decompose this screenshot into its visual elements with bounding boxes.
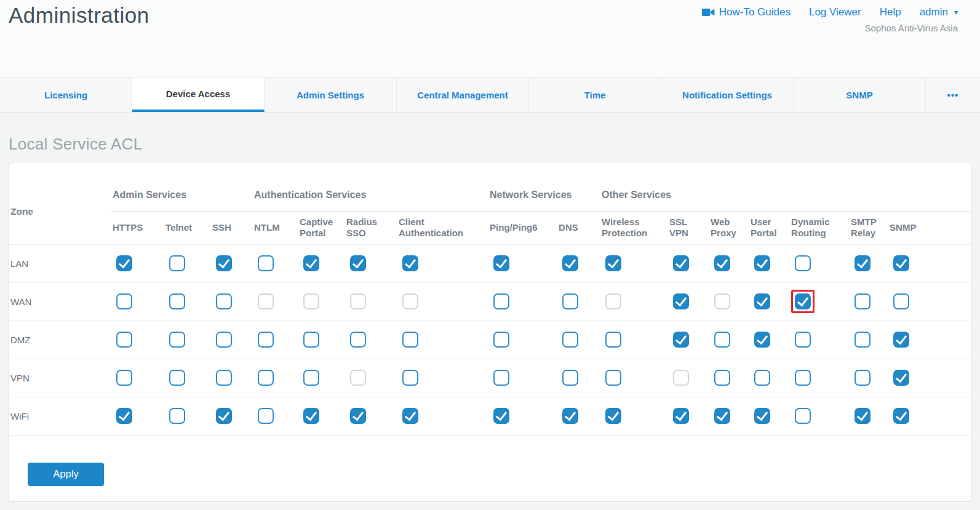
apply-button[interactable]: Apply — [28, 463, 104, 486]
tab-device-access[interactable]: Device Access — [132, 78, 265, 112]
ssl-vpn-checkbox-dmz[interactable] — [673, 332, 689, 348]
column-header-dns: DNS — [557, 211, 600, 244]
captive-portal-checkbox-lan[interactable] — [303, 255, 319, 271]
ntlm-checkbox-lan[interactable] — [258, 255, 274, 271]
ping-ping6-checkbox-dmz[interactable] — [493, 332, 509, 348]
web-proxy-checkbox-wifi[interactable] — [714, 408, 730, 424]
snmp-checkbox-vpn[interactable] — [893, 370, 909, 386]
telnet-checkbox-vpn[interactable] — [169, 370, 185, 386]
tab-snmp[interactable]: SNMP — [794, 78, 926, 112]
checkbox-wrap — [254, 328, 277, 351]
zone-label: VPN — [9, 359, 111, 397]
tab-admin-settings[interactable]: Admin Settings — [265, 78, 397, 112]
ssh-checkbox-vpn[interactable] — [216, 370, 232, 386]
checkbox-wrap — [300, 328, 323, 351]
captive-portal-checkbox-vpn[interactable] — [303, 370, 319, 386]
column-header-ntlm: NTLM — [253, 211, 298, 244]
tab-central-management[interactable]: Central Management — [397, 78, 529, 112]
wireless-protection-checkbox-lan[interactable] — [605, 255, 621, 271]
help-link[interactable]: Help — [880, 6, 901, 18]
checkbox-wrap — [212, 252, 236, 275]
https-checkbox-lan[interactable] — [116, 255, 132, 271]
checkbox-wrap — [165, 290, 189, 313]
main-content: Local Service ACL ZoneAdmin ServicesAuth… — [0, 135, 980, 502]
user-portal-checkbox-lan[interactable] — [754, 255, 770, 271]
dns-checkbox-wan[interactable] — [562, 293, 578, 309]
https-checkbox-dmz[interactable] — [116, 332, 132, 348]
https-checkbox-vpn[interactable] — [116, 370, 132, 386]
client-authentication-checkbox-wifi[interactable] — [402, 408, 418, 424]
web-proxy-checkbox-lan[interactable] — [714, 255, 730, 271]
dns-checkbox-lan[interactable] — [562, 255, 578, 271]
dynamic-routing-checkbox-wifi[interactable] — [795, 408, 811, 424]
dns-checkbox-dmz[interactable] — [562, 332, 578, 348]
checkbox-wrap — [212, 404, 236, 428]
checkbox-wrap — [254, 290, 277, 313]
how-to-guides-link[interactable]: How-To Guides — [702, 6, 791, 18]
ssl-vpn-checkbox-wifi[interactable] — [673, 408, 689, 424]
ssh-checkbox-wan[interactable] — [216, 293, 232, 309]
wireless-protection-checkbox-vpn[interactable] — [605, 370, 621, 386]
ntlm-checkbox-dmz[interactable] — [258, 332, 274, 348]
log-viewer-link[interactable]: Log Viewer — [809, 6, 861, 18]
smtp-relay-checkbox-wan[interactable] — [855, 293, 870, 309]
telnet-checkbox-dmz[interactable] — [169, 332, 185, 348]
snmp-checkbox-wifi[interactable] — [893, 408, 909, 424]
snmp-checkbox-wan[interactable] — [893, 293, 909, 309]
more-tabs-button[interactable]: ••• — [926, 78, 980, 112]
snmp-checkbox-lan[interactable] — [893, 255, 909, 271]
checkbox-wrap — [490, 328, 513, 351]
ping-ping6-checkbox-wifi[interactable] — [493, 408, 509, 424]
smtp-relay-checkbox-vpn[interactable] — [855, 370, 870, 386]
user-portal-checkbox-wan[interactable] — [754, 293, 770, 309]
dns-checkbox-vpn[interactable] — [562, 370, 578, 386]
smtp-relay-checkbox-lan[interactable] — [855, 255, 870, 271]
radius-sso-checkbox-wifi[interactable] — [350, 408, 366, 424]
tab-notification-settings[interactable]: Notification Settings — [661, 78, 794, 112]
ping-ping6-checkbox-lan[interactable] — [493, 255, 509, 271]
client-authentication-checkbox-vpn[interactable] — [402, 370, 418, 386]
admin-menu-button[interactable]: admin ▾ — [920, 6, 958, 18]
telnet-checkbox-wan[interactable] — [169, 293, 185, 309]
client-authentication-checkbox-lan[interactable] — [402, 255, 418, 271]
snmp-checkbox-dmz[interactable] — [893, 332, 909, 348]
ssl-vpn-checkbox-wan[interactable] — [673, 293, 689, 309]
ssl-vpn-checkbox-lan[interactable] — [673, 255, 689, 271]
tab-licensing[interactable]: Licensing — [0, 78, 132, 112]
ssh-checkbox-lan[interactable] — [216, 255, 232, 271]
https-checkbox-wan[interactable] — [116, 293, 132, 309]
wireless-protection-checkbox-wifi[interactable] — [605, 408, 621, 424]
ping-ping6-checkbox-wan[interactable] — [493, 293, 509, 309]
captive-portal-checkbox-wifi[interactable] — [303, 408, 319, 424]
web-proxy-checkbox-vpn[interactable] — [714, 370, 730, 386]
ssh-checkbox-dmz[interactable] — [216, 332, 232, 348]
smtp-relay-checkbox-wifi[interactable] — [855, 408, 870, 424]
checkbox-wrap — [751, 366, 774, 389]
user-portal-checkbox-wifi[interactable] — [754, 408, 770, 424]
dns-checkbox-wifi[interactable] — [562, 408, 578, 424]
dynamic-routing-checkbox-wan[interactable] — [795, 293, 811, 309]
user-portal-checkbox-vpn[interactable] — [754, 370, 770, 386]
ntlm-checkbox-vpn[interactable] — [258, 370, 274, 386]
ping-ping6-checkbox-vpn[interactable] — [493, 370, 509, 386]
checkbox-wrap — [851, 404, 874, 428]
smtp-relay-checkbox-dmz[interactable] — [855, 332, 870, 348]
ssh-checkbox-wifi[interactable] — [216, 408, 232, 424]
https-checkbox-wifi[interactable] — [116, 408, 132, 424]
dynamic-routing-checkbox-dmz[interactable] — [795, 332, 811, 348]
user-portal-checkbox-dmz[interactable] — [754, 332, 770, 348]
radius-sso-checkbox-lan[interactable] — [350, 255, 366, 271]
zone-row-lan: LAN — [9, 244, 971, 282]
dynamic-routing-checkbox-vpn[interactable] — [795, 370, 811, 386]
telnet-checkbox-lan[interactable] — [169, 255, 185, 271]
telnet-checkbox-wifi[interactable] — [169, 408, 185, 424]
tab-time[interactable]: Time — [529, 78, 661, 112]
captive-portal-checkbox-dmz[interactable] — [303, 332, 319, 348]
checkbox-wrap — [851, 290, 874, 313]
dynamic-routing-checkbox-lan[interactable] — [795, 255, 811, 271]
wireless-protection-checkbox-dmz[interactable] — [605, 332, 621, 348]
client-authentication-checkbox-dmz[interactable] — [402, 332, 418, 348]
web-proxy-checkbox-dmz[interactable] — [714, 332, 730, 348]
ntlm-checkbox-wifi[interactable] — [258, 408, 274, 424]
radius-sso-checkbox-dmz[interactable] — [350, 332, 366, 348]
